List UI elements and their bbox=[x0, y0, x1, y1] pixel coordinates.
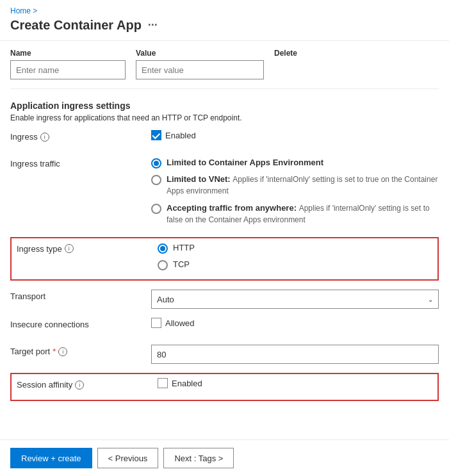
target-port-field-row: Target port * i bbox=[10, 345, 439, 364]
traffic-option2-radio[interactable] bbox=[151, 175, 161, 185]
insecure-field-row: Insecure connections Allowed bbox=[10, 318, 439, 336]
next-button[interactable]: Next : Tags > bbox=[163, 448, 234, 468]
transport-field-row: Transport Auto ⌄ bbox=[10, 290, 439, 309]
ingress-section-desc: Enable ingress for applications that nee… bbox=[10, 113, 439, 122]
traffic-option3-row[interactable]: Accepting traffic from anywhere: Applies… bbox=[151, 202, 439, 226]
target-port-info-icon[interactable]: i bbox=[58, 347, 67, 356]
ingress-field-row: Ingress i Enabled bbox=[10, 130, 439, 148]
traffic-option3-radio[interactable] bbox=[151, 204, 161, 214]
traffic-option2-row[interactable]: Limited to VNet: Applies if 'internalOnl… bbox=[151, 174, 439, 197]
ingress-type-info-icon[interactable]: i bbox=[65, 244, 74, 253]
insecure-checkbox[interactable] bbox=[151, 318, 161, 328]
ingress-type-highlighted-row: Ingress type i HTTP TCP bbox=[10, 237, 439, 281]
traffic-option1-row[interactable]: Limited to Container Apps Environment bbox=[151, 157, 439, 168]
bottom-bar: Review + create < Previous Next : Tags > bbox=[0, 439, 449, 476]
target-port-label: Target port * i bbox=[10, 345, 151, 356]
nvd-headers: Name Value Delete bbox=[10, 49, 439, 58]
session-affinity-enabled-label: Enabled bbox=[172, 379, 202, 388]
ingress-type-http-row[interactable]: HTTP bbox=[158, 242, 432, 254]
ingress-info-icon[interactable]: i bbox=[40, 133, 49, 142]
nvd-value-header: Value bbox=[136, 49, 264, 58]
ingress-type-tcp-label: TCP bbox=[173, 259, 190, 270]
traffic-option1-radio[interactable] bbox=[151, 158, 161, 168]
transport-control: Auto ⌄ bbox=[151, 290, 439, 309]
breadcrumb: Home > bbox=[0, 0, 449, 18]
ingress-traffic-control: Limited to Container Apps Environment Li… bbox=[151, 157, 439, 228]
session-affinity-checkbox-row[interactable]: Enabled bbox=[158, 378, 432, 388]
target-port-control bbox=[151, 345, 439, 364]
session-affinity-field-row: Session affinity i Enabled bbox=[17, 378, 432, 396]
ingress-enabled-row[interactable]: Enabled bbox=[151, 130, 439, 140]
section-divider bbox=[10, 88, 439, 89]
traffic-option2-label: Limited to VNet: Applies if 'internalOnl… bbox=[167, 174, 439, 197]
required-star: * bbox=[53, 347, 56, 356]
previous-button[interactable]: < Previous bbox=[97, 448, 159, 468]
ingress-control: Enabled bbox=[151, 130, 439, 140]
ingress-checkbox[interactable] bbox=[151, 130, 161, 140]
transport-value: Auto bbox=[157, 295, 174, 304]
ingress-type-tcp-row[interactable]: TCP bbox=[158, 259, 432, 270]
ingress-enabled-label: Enabled bbox=[165, 131, 196, 140]
insecure-control: Allowed bbox=[151, 318, 439, 328]
session-affinity-info-icon[interactable]: i bbox=[75, 381, 84, 390]
ingress-type-http-label: HTTP bbox=[173, 242, 195, 254]
review-create-button[interactable]: Review + create bbox=[10, 448, 92, 468]
session-affinity-checkbox[interactable] bbox=[158, 378, 168, 388]
ingress-type-tcp-radio[interactable] bbox=[158, 260, 168, 270]
insecure-label: Insecure connections bbox=[10, 318, 151, 329]
session-affinity-control: Enabled bbox=[158, 378, 432, 388]
traffic-option1-label: Limited to Container Apps Environment bbox=[167, 157, 323, 168]
insecure-allowed-label: Allowed bbox=[165, 318, 195, 328]
session-affinity-label: Session affinity i bbox=[17, 378, 158, 390]
ingress-type-control: HTTP TCP bbox=[158, 242, 432, 273]
traffic-option3-label: Accepting traffic from anywhere: Applies… bbox=[167, 202, 439, 226]
breadcrumb-home[interactable]: Home bbox=[10, 6, 31, 15]
transport-dropdown[interactable]: Auto ⌄ bbox=[151, 290, 439, 309]
ingress-label: Ingress i bbox=[10, 130, 151, 142]
ingress-type-http-radio[interactable] bbox=[158, 243, 168, 254]
nvd-delete-header: Delete bbox=[274, 49, 325, 58]
transport-label: Transport bbox=[10, 290, 151, 301]
page-title-container: Create Container App ··· bbox=[0, 18, 449, 40]
value-input[interactable] bbox=[136, 60, 264, 79]
ingress-type-field-row: Ingress type i HTTP TCP bbox=[17, 242, 432, 273]
name-input[interactable] bbox=[10, 60, 126, 79]
breadcrumb-separator: > bbox=[33, 6, 37, 15]
ingress-traffic-field-row: Ingress traffic Limited to Container App… bbox=[10, 157, 439, 228]
nvd-name-header: Name bbox=[10, 49, 126, 58]
page-title-dots[interactable]: ··· bbox=[148, 19, 158, 32]
nvd-row bbox=[10, 60, 439, 79]
title-divider bbox=[0, 40, 449, 41]
dropdown-arrow-icon: ⌄ bbox=[428, 296, 433, 303]
session-affinity-highlighted-row: Session affinity i Enabled bbox=[10, 373, 439, 401]
target-port-input[interactable] bbox=[151, 345, 439, 364]
page-title: Create Container App bbox=[10, 18, 142, 33]
insecure-checkbox-row[interactable]: Allowed bbox=[151, 318, 439, 328]
nvd-table: Name Value Delete bbox=[10, 49, 439, 79]
ingress-traffic-label: Ingress traffic bbox=[10, 157, 151, 168]
ingress-type-label: Ingress type i bbox=[17, 242, 158, 254]
ingress-section-title: Application ingress settings bbox=[10, 101, 439, 111]
